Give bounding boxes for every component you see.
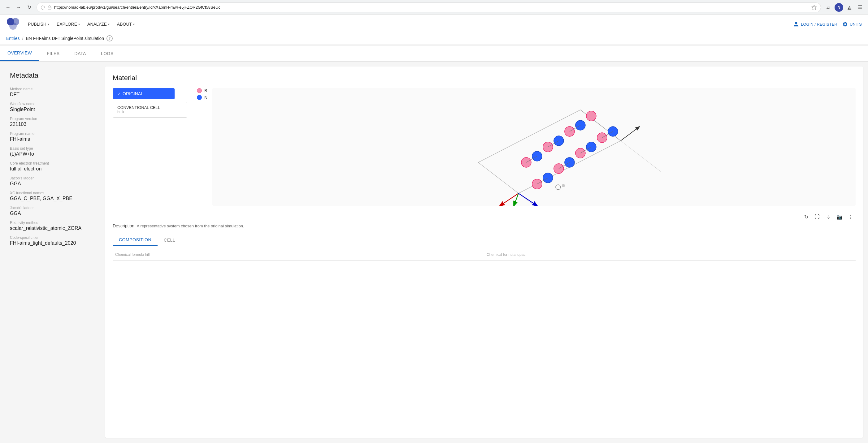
- bottom-tabs: COMPOSITION CELL: [113, 234, 856, 246]
- metadata-label-xc: XC functional names: [10, 191, 95, 195]
- col-header-formula-iupac: Chemical formula iupac: [484, 251, 856, 258]
- metadata-value-jacobs1: GGA: [10, 181, 95, 186]
- nav-analyze[interactable]: ANALYZE ▾: [84, 20, 113, 29]
- lock-icon: [48, 5, 52, 9]
- metadata-program-name: Program name FHI-aims: [10, 132, 95, 142]
- material-lower: Description: A representative system cho…: [113, 223, 856, 261]
- app-header: PUBLISH ▾ EXPLORE ▾ ANALYZE ▾ ABOUT ▾ LO…: [0, 15, 868, 45]
- legend-item-b: B: [197, 88, 208, 93]
- breadcrumb-home[interactable]: Entries: [6, 36, 20, 41]
- metadata-workflow-name: Workflow name SinglePoint: [10, 102, 95, 112]
- units-button[interactable]: UNITS: [842, 21, 862, 27]
- check-icon: ✓: [118, 92, 121, 96]
- tab-composition[interactable]: COMPOSITION: [113, 234, 158, 246]
- breadcrumb-bar: Entries / BN FHI-aims DFT SinglePoint si…: [0, 33, 868, 45]
- publish-chevron: ▾: [48, 23, 49, 26]
- account-icon: [794, 21, 799, 27]
- col-header-formula-hill: Chemical formula hill: [113, 251, 484, 258]
- metadata-xc-functional: XC functional names GGA_C_PBE, GGA_X_PBE: [10, 191, 95, 201]
- pocket-icon[interactable]: ▱: [824, 3, 833, 12]
- metadata-value-tier: FHI-aims_tight_defaults_2020: [10, 240, 95, 246]
- fullscreen-button[interactable]: ⛶: [812, 212, 822, 222]
- metadata-program-version: Program version 221103: [10, 116, 95, 127]
- metadata-panel: Metadata Method name DFT Workflow name S…: [0, 62, 105, 443]
- metadata-value-method: DFT: [10, 92, 95, 97]
- metadata-jacobs-ladder-1: Jacob's ladder GGA: [10, 176, 95, 186]
- header-actions: LOGIN / REGISTER UNITS: [794, 21, 862, 27]
- help-icon[interactable]: ?: [106, 35, 113, 41]
- material-left: ✓ ORIGINAL CONVENTIONAL CELL bulk: [113, 88, 187, 223]
- explore-chevron: ▾: [78, 23, 80, 26]
- crystal-svg: [212, 88, 856, 206]
- metadata-label-basis: Basis set type: [10, 146, 95, 151]
- crystal-container: ↻ ⛶ ⇩ 📷 ⋮: [212, 88, 856, 223]
- nomad-logo: [6, 17, 20, 31]
- analyze-chevron: ▾: [108, 23, 110, 26]
- url-text: https://nomad-lab.eu/prod/v1/gui/search/…: [54, 5, 809, 9]
- settings-icon: [842, 21, 848, 27]
- crystal-visualization: [212, 88, 856, 206]
- metadata-core-electron: Core electron treatment full all electro…: [10, 161, 95, 172]
- metadata-label-progname: Program name: [10, 132, 95, 136]
- back-button[interactable]: ←: [4, 3, 12, 12]
- metadata-label-tier: Code-specific tier: [10, 235, 95, 240]
- metadata-value-xc: GGA_C_PBE, GGA_X_PBE: [10, 196, 95, 201]
- nav-explore[interactable]: EXPLORE ▾: [54, 20, 83, 29]
- star-icon[interactable]: [811, 5, 817, 10]
- browser-chrome: ← → ↻ https://nomad-lab.eu/prod/v1/gui/s…: [0, 0, 868, 15]
- svg-marker-1: [812, 5, 816, 9]
- cell-header-text: CONVENTIONAL CELL: [117, 105, 182, 110]
- svg-point-24: [586, 111, 596, 121]
- original-button[interactable]: ✓ ORIGINAL: [113, 88, 175, 99]
- metadata-label-rel: Relativity method: [10, 220, 95, 225]
- refresh-button[interactable]: ↻: [25, 3, 33, 12]
- cell-header: CONVENTIONAL CELL bulk: [113, 102, 187, 117]
- tab-logs[interactable]: LOGS: [93, 45, 121, 61]
- svg-point-4: [9, 22, 17, 30]
- login-button[interactable]: LOGIN / REGISTER: [794, 21, 837, 27]
- forward-button[interactable]: →: [14, 3, 23, 12]
- metadata-label-jacobs1: Jacob's ladder: [10, 176, 95, 180]
- cell-subtext: bulk: [117, 110, 182, 114]
- logo-area: [6, 17, 20, 31]
- more-options-button[interactable]: ⋮: [846, 212, 856, 222]
- metadata-label-progver: Program version: [10, 116, 95, 121]
- metadata-value-workflow: SinglePoint: [10, 107, 95, 112]
- about-chevron: ▾: [133, 23, 135, 26]
- tab-cell[interactable]: CELL: [158, 234, 181, 246]
- browser-actions: ▱ N ◭ ☰: [824, 3, 864, 12]
- material-title: Material: [113, 74, 856, 82]
- metadata-relativity: Relativity method scalar_relativistic_at…: [10, 220, 95, 231]
- tab-data[interactable]: DATA: [67, 45, 93, 61]
- shield-icon: [40, 5, 45, 9]
- reset-view-button[interactable]: ↻: [801, 212, 811, 222]
- nav-publish[interactable]: PUBLISH ▾: [25, 20, 52, 29]
- description-section: Description: A representative system cho…: [113, 223, 856, 229]
- legend-item-n: N: [197, 95, 208, 100]
- tab-files[interactable]: FILES: [39, 45, 67, 61]
- svg-point-40: [562, 184, 565, 187]
- tab-overview[interactable]: OVERVIEW: [0, 45, 39, 61]
- extensions-icon[interactable]: ◭: [845, 3, 854, 12]
- screenshot-button[interactable]: 📷: [835, 212, 844, 222]
- app-logo[interactable]: [6, 17, 20, 31]
- nav-about[interactable]: ABOUT ▾: [114, 20, 138, 29]
- legend-dot-n: [197, 95, 202, 100]
- metadata-value-jacobs2: GGA: [10, 211, 95, 216]
- user-icon[interactable]: N: [835, 3, 843, 12]
- metadata-value-core: full all electron: [10, 166, 95, 172]
- download-button[interactable]: ⇩: [824, 212, 833, 222]
- page-tabs: OVERVIEW FILES DATA LOGS: [0, 45, 868, 62]
- browser-nav-buttons: ← → ↻: [4, 3, 33, 12]
- svg-rect-0: [48, 7, 52, 9]
- viz-controls: ↻ ⛶ ⇩ 📷 ⋮: [212, 211, 856, 223]
- address-bar[interactable]: https://nomad-lab.eu/prod/v1/gui/search/…: [36, 2, 821, 12]
- metadata-value-basis: (L)APW+lo: [10, 151, 95, 157]
- metadata-label-method: Method name: [10, 87, 95, 91]
- material-panel: Material ✓ ORIGINAL CONVENTIONAL CELL bu…: [105, 67, 863, 438]
- breadcrumb-current: BN FHI-aims DFT SinglePoint simulation: [26, 36, 104, 41]
- main-content: Metadata Method name DFT Workflow name S…: [0, 62, 868, 443]
- legend: B N: [197, 88, 208, 223]
- metadata-value-progver: 221103: [10, 122, 95, 127]
- menu-icon[interactable]: ☰: [856, 3, 864, 12]
